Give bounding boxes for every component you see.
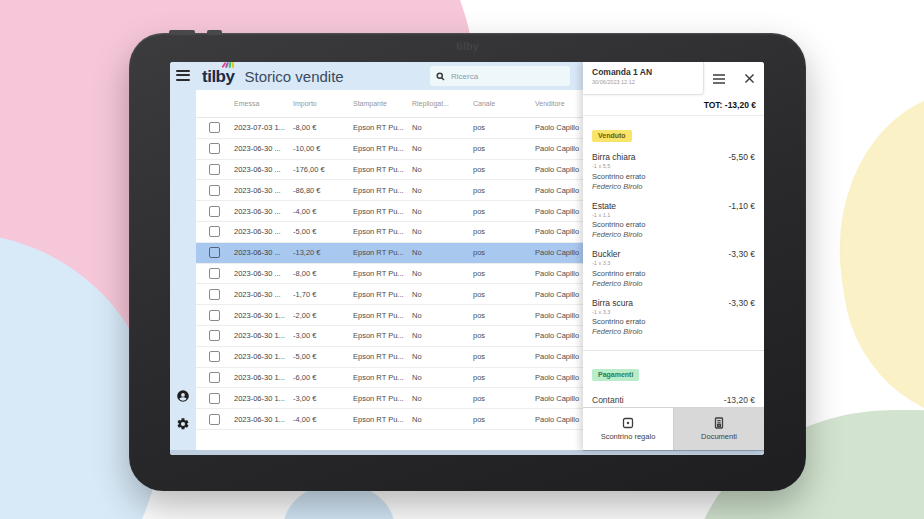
payments-list: Contanti -13,20 € xyxy=(592,395,755,405)
row-checkbox[interactable] xyxy=(209,226,220,237)
checkbox-cell xyxy=(196,393,234,404)
row-checkbox[interactable] xyxy=(209,143,220,154)
item-price: -1,10 € xyxy=(729,201,755,211)
cell-importo: -86,80 € xyxy=(293,186,353,195)
app-logo: tilby xyxy=(202,68,234,85)
table-row[interactable]: 2023-07-03 1... -8,00 € Epson RT Pu... N… xyxy=(196,118,583,139)
table-row[interactable]: 2023-06-30 1... -6,00 € Epson RT Pu... N… xyxy=(196,368,583,389)
table-row[interactable]: 2023-06-30 1... -3,00 € Epson RT Pu... N… xyxy=(196,326,583,347)
documents-label: Documenti xyxy=(701,432,737,441)
row-checkbox[interactable] xyxy=(209,330,220,341)
cell-riepilogato: No xyxy=(412,394,473,403)
column-header[interactable]: Importo xyxy=(293,100,353,107)
cell-emessa: 2023-06-30 1... xyxy=(234,311,293,320)
checkbox-cell xyxy=(196,206,234,217)
cell-emessa: 2023-06-30 ... xyxy=(234,144,293,153)
gift-receipt-button[interactable]: Scontrino regalo xyxy=(583,408,673,450)
panel-close-button[interactable] xyxy=(741,71,757,87)
column-header[interactable]: Canale xyxy=(473,100,535,107)
cell-stampante: Epson RT Pu... xyxy=(353,331,412,340)
cell-venditore: Paolo Capillo xyxy=(535,415,583,424)
checkbox-cell xyxy=(196,122,234,133)
item-operator: Federico Birolo xyxy=(592,230,755,239)
cell-venditore: Paolo Capillo xyxy=(535,394,583,403)
decor-blob-yellow xyxy=(818,69,924,442)
gear-icon xyxy=(176,417,190,431)
row-checkbox[interactable] xyxy=(209,289,220,300)
row-checkbox[interactable] xyxy=(209,206,220,217)
row-checkbox[interactable] xyxy=(209,310,220,321)
payment-method-label: Contanti xyxy=(592,395,624,405)
menu-button[interactable] xyxy=(176,70,190,82)
close-icon xyxy=(745,74,754,83)
item-price: -5,50 € xyxy=(729,152,755,162)
search-input[interactable]: Ricerca xyxy=(430,66,570,86)
sale-detail-panel: Comanda 1 AN 30/06/2023 12:12 xyxy=(583,62,764,451)
column-header[interactable]: Venditore xyxy=(535,100,583,107)
cell-stampante: Epson RT Pu... xyxy=(353,269,412,278)
cell-emessa: 2023-06-30 1... xyxy=(234,394,293,403)
row-checkbox[interactable] xyxy=(209,351,220,362)
cell-canale: pos xyxy=(473,352,535,361)
cell-stampante: Epson RT Pu... xyxy=(353,394,412,403)
table-row[interactable]: 2023-06-30 1... -5,00 € Epson RT Pu... N… xyxy=(196,347,583,368)
cell-canale: pos xyxy=(473,186,535,195)
column-header[interactable]: Stampante xyxy=(353,100,412,107)
table-row[interactable]: 2023-06-30 ... -10,00 € Epson RT Pu... N… xyxy=(196,139,583,160)
cell-venditore: Paolo Capillo xyxy=(535,186,583,195)
table-row[interactable]: 2023-06-30 ... -5,00 € Epson RT Pu... No… xyxy=(196,222,583,243)
row-checkbox[interactable] xyxy=(209,185,220,196)
cell-venditore: Paolo Capillo xyxy=(535,123,583,132)
cell-canale: pos xyxy=(473,123,535,132)
cell-canale: pos xyxy=(473,248,535,257)
row-checkbox[interactable] xyxy=(209,122,220,133)
column-header[interactable]: Emessa xyxy=(234,100,293,107)
table-row[interactable]: 2023-06-30 ... -1,70 € Epson RT Pu... No… xyxy=(196,284,583,305)
checkbox-cell xyxy=(196,372,234,383)
sold-item: Birra scura -3,30 € -1 x 3,3 Scontrino e… xyxy=(592,298,755,337)
settings-button[interactable] xyxy=(176,417,190,431)
checkbox-cell xyxy=(196,143,234,154)
account-button[interactable] xyxy=(176,389,190,403)
table-row[interactable]: 2023-06-30 ... -4,00 € Epson RT Pu... No… xyxy=(196,201,583,222)
checkbox-cell xyxy=(196,310,234,321)
table-row[interactable]: 2023-06-30 ... -86,80 € Epson RT Pu... N… xyxy=(196,180,583,201)
table-row[interactable]: 2023-06-30 ... -13,20 € Epson RT Pu... N… xyxy=(196,243,583,264)
app-header: tilby Storico vendite Ricerca xyxy=(196,62,583,90)
row-checkbox[interactable] xyxy=(209,414,220,425)
documents-button[interactable]: Documenti xyxy=(673,408,764,450)
section-divider xyxy=(583,350,764,351)
row-checkbox[interactable] xyxy=(209,393,220,404)
cell-venditore: Paolo Capillo xyxy=(535,311,583,320)
checkbox-cell xyxy=(196,414,234,425)
table-row[interactable]: 2023-06-30 ... -8,00 € Epson RT Pu... No… xyxy=(196,264,583,285)
row-checkbox[interactable] xyxy=(209,372,220,383)
cell-canale: pos xyxy=(473,311,535,320)
item-note: Scontrino errato xyxy=(592,269,755,278)
sold-item: Birra chiara -5,50 € -1 x 5,5 Scontrino … xyxy=(592,152,755,191)
column-header[interactable]: Riepilogat... xyxy=(412,100,473,107)
item-quantity: -1 x 3,3 xyxy=(592,309,755,315)
cell-importo: -1,70 € xyxy=(293,290,353,299)
table-row[interactable]: 2023-06-30 1... -4,00 € Epson RT Pu... N… xyxy=(196,409,583,430)
item-price: -3,30 € xyxy=(729,249,755,259)
row-checkbox[interactable] xyxy=(209,164,220,175)
item-operator: Federico Birolo xyxy=(592,182,755,191)
cell-importo: -4,00 € xyxy=(293,415,353,424)
cell-riepilogato: No xyxy=(412,331,473,340)
table-row[interactable]: 2023-06-30 1... -2,00 € Epson RT Pu... N… xyxy=(196,305,583,326)
account-icon xyxy=(176,389,190,403)
cell-importo: -10,00 € xyxy=(293,144,353,153)
table-row[interactable]: 2023-06-30 ... -176,00 € Epson RT Pu... … xyxy=(196,160,583,181)
logo-strokes xyxy=(223,62,235,68)
row-checkbox[interactable] xyxy=(209,268,220,279)
item-name: Birra scura xyxy=(592,298,633,308)
cell-emessa: 2023-06-30 ... xyxy=(234,269,293,278)
cell-canale: pos xyxy=(473,144,535,153)
panel-menu-button[interactable] xyxy=(711,71,727,87)
gift-receipt-icon xyxy=(622,417,634,429)
cell-emessa: 2023-06-30 1... xyxy=(234,352,293,361)
row-checkbox[interactable] xyxy=(209,247,220,258)
cell-riepilogato: No xyxy=(412,207,473,216)
table-row[interactable]: 2023-06-30 1... -3,00 € Epson RT Pu... N… xyxy=(196,388,583,409)
